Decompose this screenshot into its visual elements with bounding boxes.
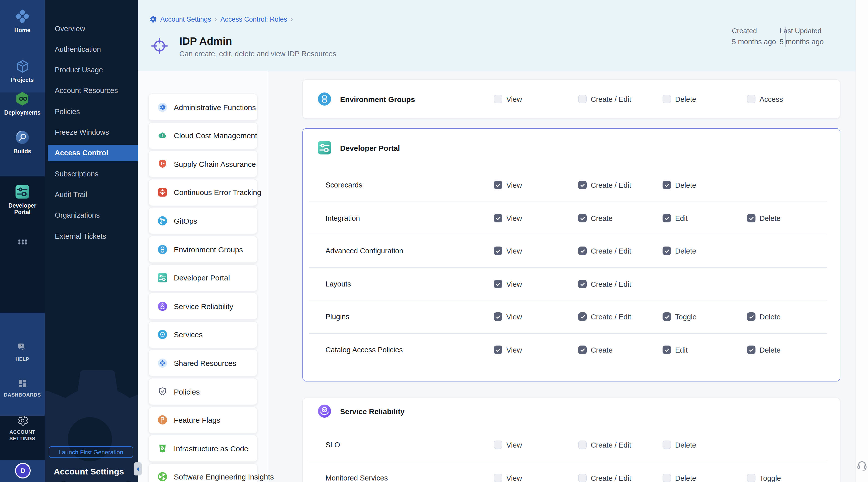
checkbox-checked[interactable] <box>662 345 671 354</box>
breadcrumb-link-account-settings[interactable]: Account Settings <box>160 16 211 23</box>
checkbox-checked[interactable] <box>578 280 587 288</box>
checkbox-checked[interactable] <box>494 181 502 189</box>
checkbox-checked[interactable] <box>494 214 502 222</box>
permission-checkbox-create-edit[interactable]: Create / Edit <box>578 474 631 482</box>
sidebar-item-freeze-windows[interactable]: Freeze Windows <box>55 124 137 141</box>
permission-checkbox-delete[interactable]: Delete <box>662 474 696 482</box>
resource-card-developer-portal[interactable]: Developer Portal <box>148 264 258 291</box>
resource-card-gitops[interactable]: GitOps <box>148 207 258 235</box>
permission-checkbox-create-edit[interactable]: Create / Edit <box>578 181 631 189</box>
checkbox-checked[interactable] <box>578 246 587 255</box>
permission-checkbox-view[interactable]: View <box>494 181 522 189</box>
checkbox-unchecked[interactable] <box>494 95 502 103</box>
permission-checkbox-delete[interactable]: Delete <box>747 214 781 222</box>
checkbox-checked[interactable] <box>662 312 671 321</box>
checkbox-unchecked[interactable] <box>578 95 587 103</box>
permission-checkbox-view[interactable]: View <box>494 214 522 222</box>
checkbox-checked[interactable] <box>662 246 671 255</box>
sidebar-item-account-resources[interactable]: Account Resources <box>55 83 137 99</box>
checkbox-unchecked[interactable] <box>578 474 587 482</box>
sidebar-item-authentication[interactable]: Authentication <box>55 41 137 58</box>
rail-bottom-help[interactable]: ?HELP <box>0 342 45 363</box>
permission-checkbox-view[interactable]: View <box>494 95 522 103</box>
checkbox-checked[interactable] <box>578 181 587 189</box>
checkbox-unchecked[interactable] <box>747 95 755 103</box>
resource-card-feature-flags[interactable]: Feature Flags <box>148 406 258 433</box>
permission-checkbox-toggle[interactable]: Toggle <box>747 474 781 482</box>
sidebar-item-product-usage[interactable]: Product Usage <box>55 62 137 78</box>
resource-card-admin-functions[interactable]: Administrative Functions <box>148 93 258 121</box>
checkbox-checked[interactable] <box>747 214 755 222</box>
checkbox-unchecked[interactable] <box>662 95 671 103</box>
resource-card-service-reliability[interactable]: Service Reliability <box>148 293 258 320</box>
rail-module-builds[interactable]: Builds <box>0 130 45 155</box>
rail-module-projects[interactable]: Projects <box>0 59 45 83</box>
permission-checkbox-create[interactable]: Create <box>578 345 613 354</box>
checkbox-checked[interactable] <box>578 345 587 354</box>
resource-card-services[interactable]: Services <box>148 321 258 348</box>
permission-checkbox-view[interactable]: View <box>494 246 522 255</box>
resource-card-iac[interactable]: Infrastructure as Code <box>148 435 258 462</box>
permission-checkbox-toggle[interactable]: Toggle <box>662 312 696 321</box>
checkbox-unchecked[interactable] <box>494 441 502 449</box>
checkbox-checked[interactable] <box>494 280 502 288</box>
checkbox-checked[interactable] <box>494 246 502 255</box>
sidebar-item-policies[interactable]: Policies <box>55 103 137 120</box>
permission-checkbox-edit[interactable]: Edit <box>662 345 688 354</box>
sidebar-collapse-button[interactable] <box>134 462 142 476</box>
permission-checkbox-access[interactable]: Access <box>747 95 783 103</box>
permission-checkbox-create-edit[interactable]: Create / Edit <box>578 280 631 288</box>
checkbox-checked[interactable] <box>578 312 587 321</box>
permission-checkbox-delete[interactable]: Delete <box>662 246 696 255</box>
checkbox-unchecked[interactable] <box>747 474 755 482</box>
permission-checkbox-view[interactable]: View <box>494 345 522 354</box>
permission-checkbox-delete[interactable]: Delete <box>662 181 696 189</box>
sidebar-item-access-control[interactable]: Access Control <box>48 145 137 161</box>
checkbox-checked[interactable] <box>662 214 671 222</box>
permission-checkbox-delete[interactable]: Delete <box>747 345 781 354</box>
rail-module-deployments[interactable]: Deployments <box>0 91 45 116</box>
permission-checkbox-edit[interactable]: Edit <box>662 214 688 222</box>
resource-card-environment-groups[interactable]: Environment Groups <box>148 236 258 263</box>
sidebar-item-overview[interactable]: Overview <box>55 20 137 37</box>
apps-grid-button[interactable] <box>0 236 45 248</box>
permission-checkbox-delete[interactable]: Delete <box>662 441 696 449</box>
launch-first-generation-button[interactable]: Launch First Generation <box>49 446 133 458</box>
checkbox-unchecked[interactable] <box>578 441 587 449</box>
checkbox-checked[interactable] <box>662 181 671 189</box>
permission-checkbox-create-edit[interactable]: Create / Edit <box>578 312 631 321</box>
checkbox-checked[interactable] <box>747 345 755 354</box>
checkbox-checked[interactable] <box>747 312 755 321</box>
checkbox-unchecked[interactable] <box>662 474 671 482</box>
resource-card-error-tracking[interactable]: Continuous Error Tracking <box>148 179 258 206</box>
sidebar-item-organizations[interactable]: Organizations <box>55 207 137 223</box>
permission-checkbox-create[interactable]: Create <box>578 214 613 222</box>
checkbox-unchecked[interactable] <box>662 441 671 449</box>
permission-checkbox-view[interactable]: View <box>494 312 522 321</box>
rail-bottom-account-settings[interactable]: ACCOUNT SETTINGS <box>0 415 45 442</box>
permission-checkbox-create-edit[interactable]: Create / Edit <box>578 95 631 103</box>
rail-module-developer-portal[interactable]: Developer Portal <box>0 184 45 215</box>
permission-checkbox-delete[interactable]: Delete <box>662 95 696 103</box>
resource-card-policies-shield[interactable]: Policies <box>148 378 258 405</box>
rail-bottom-dashboards[interactable]: DASHBOARDS <box>0 378 45 398</box>
permission-checkbox-view[interactable]: View <box>494 441 522 449</box>
checkbox-checked[interactable] <box>494 345 502 354</box>
permission-checkbox-view[interactable]: View <box>494 474 522 482</box>
checkbox-checked[interactable] <box>494 312 502 321</box>
permission-checkbox-delete[interactable]: Delete <box>747 312 781 321</box>
sidebar-item-external-tickets[interactable]: External Tickets <box>55 228 137 244</box>
sidebar-item-subscriptions[interactable]: Subscriptions <box>55 165 137 182</box>
permission-checkbox-view[interactable]: View <box>494 280 522 288</box>
checkbox-unchecked[interactable] <box>494 474 502 482</box>
avatar[interactable]: D <box>15 463 31 479</box>
permission-checkbox-create-edit[interactable]: Create / Edit <box>578 246 631 255</box>
sidebar-item-audit-trail[interactable]: Audit Trail <box>55 186 137 203</box>
resource-card-cloud-cost[interactable]: $Cloud Cost Management <box>148 122 258 149</box>
checkbox-checked[interactable] <box>578 214 587 222</box>
resource-card-supply-chain[interactable]: Supply Chain Assurance <box>148 150 258 177</box>
right-scroll-gutter[interactable] <box>856 0 868 482</box>
resource-card-sei[interactable]: Software Engineering Insights <box>148 463 258 482</box>
permission-checkbox-create-edit[interactable]: Create / Edit <box>578 441 631 449</box>
rail-module-home[interactable]: Home <box>0 8 45 33</box>
